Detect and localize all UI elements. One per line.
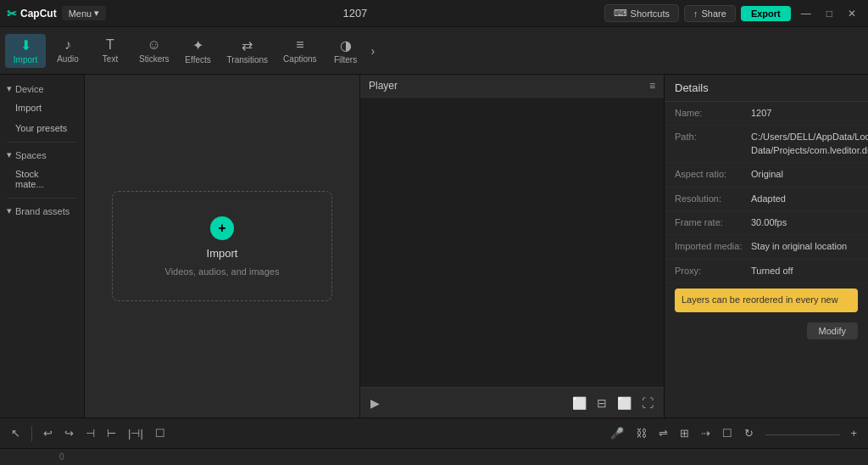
logo-text: CapCut [20,8,57,20]
stock-nav-item[interactable]: Stock mate... [3,165,81,193]
restore-button[interactable]: □ [821,6,837,21]
effects-icon: ✦ [192,37,203,53]
spaces-arrow: ▾ [7,149,12,160]
spaces-section[interactable]: ▾ Spaces [0,146,84,164]
import-box[interactable]: + Import Videos, audios, and images [112,191,332,301]
player-ctrl-group-left: ▶ [367,395,383,412]
detail-row-4: Frame rate: 30.00fps [665,211,868,235]
detail-row-3: Resolution: Adapted [665,188,868,211]
player-menu-icon[interactable]: ≡ [649,80,655,92]
player-size-btn-3[interactable]: ⬜ [614,395,635,412]
player-header: Player ≡ [360,75,664,98]
divider-1 [7,142,77,143]
mic-button[interactable]: 🎤 [606,424,628,442]
shortcuts-icon: ⌨ [614,8,627,19]
toolbar-item-transitions[interactable]: ⇄ Transitions [220,34,275,68]
split-button-1[interactable]: ⊣ [81,424,99,442]
toolbar-item-filters[interactable]: ◑ Filters [326,34,366,68]
detail-value-2: Original [751,168,858,181]
timeline-ruler-mark: 0 [56,452,64,462]
split-icon-2[interactable]: ⇌ [654,424,672,442]
export-button[interactable]: Export [741,6,791,21]
import-plus-icon: + [210,216,234,240]
rotate-button[interactable]: ↻ [740,424,758,442]
toolbar-more-button[interactable]: › [368,41,379,61]
modify-row: Modify [665,317,868,345]
menu-button[interactable]: Menu ▾ [62,6,107,20]
player-size-btn-2[interactable]: ⊟ [593,395,610,412]
import-nav-item[interactable]: Import [3,98,81,117]
merge-button[interactable]: ⊞ [676,424,693,442]
detail-value-6: Turned off [751,265,858,277]
app-logo: ✂ CapCut [7,7,57,20]
add-button[interactable]: + [846,424,861,442]
text-icon: T [106,37,114,53]
arrow-button[interactable]: ⇢ [697,424,715,442]
stickers-icon: ☺ [147,37,161,53]
toolbar-item-captions[interactable]: ≡ Captions [276,34,323,67]
menu-arrow: ▾ [94,8,99,19]
timeline-btn-5[interactable]: ☐ [718,424,737,442]
details-header: Details [665,75,868,102]
import-label: Import [14,55,37,64]
transitions-label: Transitions [227,55,269,64]
shortcuts-button[interactable]: ⌨ Shortcuts [604,4,679,22]
player-controls: ▶ ⬜ ⊟ ⬜ ⛶ [360,387,664,417]
import-area: + Import Videos, audios, and images [85,75,359,417]
player-ctrl-group-right: ⬜ ⊟ ⬜ ⛶ [569,395,657,412]
detail-value-1: C:/Users/DELL/AppData/Local/CapCut/User … [751,131,868,157]
split-button-3[interactable]: |⊣| [124,424,147,442]
detail-value-5: Stay in original location [751,240,858,253]
toolbar-item-text[interactable]: T Text [90,34,131,67]
split-button-2[interactable]: ⊢ [103,424,120,442]
delete-button[interactable]: ☐ [151,424,170,442]
player-panel: Player ≡ ▶ ⬜ ⊟ ⬜ ⛶ [359,75,665,417]
left-panel: ▾ Device Import Your presets ▾ Spaces St… [0,75,85,417]
play-button[interactable]: ▶ [367,395,383,412]
filters-icon: ◑ [340,37,352,53]
captions-label: Captions [283,54,316,64]
device-section[interactable]: ▾ Device [0,80,84,98]
player-size-btn-1[interactable]: ⬜ [569,395,590,412]
player-viewport [360,98,664,387]
project-title: 1207 [342,7,367,20]
detail-value-0: 1207 [751,107,858,120]
toolbar-item-effects[interactable]: ✦ Effects [178,34,219,68]
link-button[interactable]: ⛓ [632,424,651,442]
import-label: Import [207,247,238,260]
logo-icon: ✂ [7,7,17,20]
close-button[interactable]: ✕ [843,6,861,21]
export-label: Export [751,8,781,19]
transitions-icon: ⇄ [242,37,253,53]
detail-row-1: Path: C:/Users/DELL/AppData/Local/CapCut… [665,126,868,163]
share-button[interactable]: ↑ Share [684,5,736,22]
timeline-ruler: 0 [0,449,868,465]
undo-button[interactable]: ↩ [39,424,57,442]
modify-button[interactable]: Modify [807,322,858,339]
detail-row-5: Imported media: Stay in original locatio… [665,235,868,259]
audio-label: Audio [57,54,79,64]
select-tool[interactable]: ↖ [7,424,25,442]
brand-arrow: ▾ [7,205,12,216]
import-sublabel: Videos, audios, and images [165,266,280,277]
stickers-label: Stickers [139,54,170,64]
detail-label-0: Name: [675,107,751,118]
brand-label: Brand assets [15,206,70,216]
detail-value-4: 30.00fps [751,216,858,229]
toolbar-item-import[interactable]: ⬇ Import [5,34,46,68]
audio-icon: ♪ [64,37,71,53]
toolbar-item-stickers[interactable]: ☺ Stickers [132,34,176,67]
detail-label-4: Frame rate: [675,216,751,227]
detail-label-6: Proxy: [675,265,751,276]
detail-label-3: Resolution: [675,193,751,204]
title-bar-right: ⌨ Shortcuts ↑ Share Export — □ ✕ [604,4,861,22]
player-fullscreen-btn[interactable]: ⛶ [638,395,657,412]
presets-nav-item[interactable]: Your presets [3,119,81,137]
redo-button[interactable]: ↪ [60,424,78,442]
timeline-slider-track: ———————— [765,429,839,439]
main-layout: ▾ Device Import Your presets ▾ Spaces St… [0,75,868,417]
toolbar-separator-1 [31,426,32,441]
brand-section[interactable]: ▾ Brand assets [0,202,84,220]
minimize-button[interactable]: — [796,6,816,21]
toolbar-item-audio[interactable]: ♪ Audio [47,34,88,67]
